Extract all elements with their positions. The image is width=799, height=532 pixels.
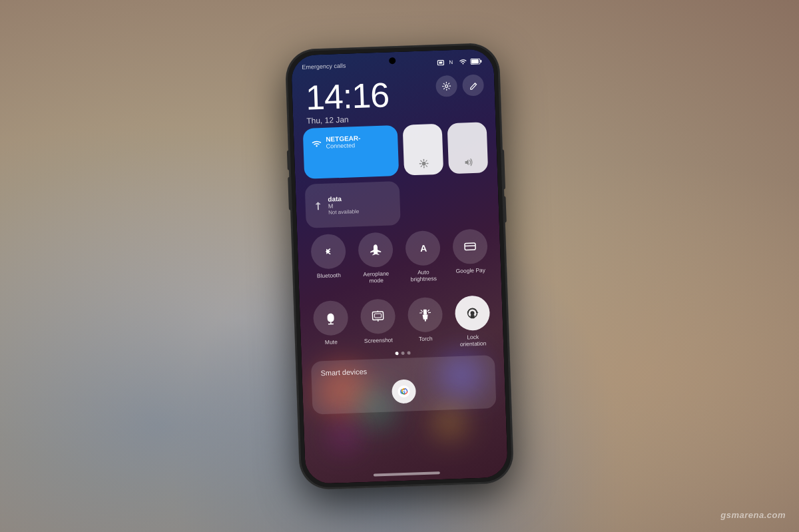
brightness-icon bbox=[419, 158, 428, 168]
screen: Emergency calls N bbox=[291, 48, 508, 483]
aeroplane-circle bbox=[358, 232, 394, 268]
svg-line-12 bbox=[420, 160, 421, 161]
watermark: gsmarena.com bbox=[720, 510, 786, 520]
auto-brightness-circle: A bbox=[405, 230, 441, 266]
wifi-tile[interactable]: NETGEAR- Connected bbox=[303, 125, 400, 178]
camera-punch-hole bbox=[389, 57, 396, 64]
spacer-2 bbox=[449, 178, 489, 223]
mute-label: Mute bbox=[325, 338, 338, 346]
battery-status-icon bbox=[469, 57, 483, 65]
clock-display: 14:16 bbox=[305, 77, 390, 115]
svg-line-28 bbox=[427, 310, 429, 311]
lock-orientation-circle bbox=[454, 295, 490, 331]
svg-line-27 bbox=[421, 310, 422, 311]
wifi-status-icon bbox=[458, 58, 467, 65]
svg-line-14 bbox=[425, 160, 426, 160]
mute-toggle[interactable]: Mute bbox=[309, 300, 353, 353]
svg-rect-4 bbox=[471, 59, 479, 63]
volume-tile[interactable] bbox=[447, 122, 489, 174]
phone-screen: Emergency calls N bbox=[291, 48, 508, 483]
svg-line-15 bbox=[421, 165, 421, 166]
screenshot-circle bbox=[360, 298, 396, 334]
wifi-status: Connected bbox=[326, 141, 361, 149]
svg-rect-5 bbox=[480, 59, 481, 62]
emergency-calls-label: Emergency calls bbox=[302, 62, 346, 70]
data-sublabel: Not available bbox=[328, 208, 360, 216]
data-text: data M Not available bbox=[328, 194, 359, 216]
svg-text:N: N bbox=[449, 59, 453, 65]
smart-devices-content: G bbox=[321, 376, 487, 406]
time-section: 14:16 Thu, 12 Jan bbox=[305, 77, 390, 125]
bluetooth-toggle[interactable]: Bluetooth bbox=[306, 233, 350, 286]
lock-orientation-toggle[interactable]: Lockorientation bbox=[451, 295, 495, 348]
top-right-icons bbox=[435, 74, 484, 97]
google-home-button[interactable]: G bbox=[392, 379, 416, 403]
volume-up-button[interactable] bbox=[287, 150, 290, 170]
svg-rect-21 bbox=[372, 311, 383, 320]
torch-toggle[interactable]: Torch bbox=[403, 296, 447, 350]
volume-icon bbox=[463, 158, 473, 166]
google-pay-label: Google Pay bbox=[455, 266, 485, 274]
bluetooth-label: Bluetooth bbox=[317, 272, 341, 279]
wifi-tile-icon bbox=[311, 138, 322, 148]
wifi-tile-text: NETGEAR- Connected bbox=[326, 134, 361, 149]
mute-circle bbox=[312, 300, 348, 336]
lock-orientation-label: Lockorientation bbox=[459, 333, 486, 348]
torch-circle bbox=[407, 296, 443, 332]
wifi-tile-header: NETGEAR- Connected bbox=[311, 133, 390, 150]
svg-point-6 bbox=[445, 85, 448, 87]
svg-point-7 bbox=[421, 161, 425, 165]
quick-tiles: NETGEAR- Connected bbox=[303, 122, 490, 234]
google-pay-toggle[interactable]: Google Pay bbox=[448, 228, 492, 282]
screenshot-toggle[interactable]: Screenshot bbox=[356, 298, 400, 352]
toggle-grid-1: Bluetooth Aeroplanemode bbox=[306, 228, 492, 286]
svg-line-13 bbox=[425, 165, 426, 166]
settings-icon[interactable] bbox=[435, 75, 457, 97]
data-icon bbox=[313, 200, 323, 210]
tiles-row-1: NETGEAR- Connected bbox=[303, 122, 488, 179]
auto-brightness-toggle[interactable]: A Autobrightness bbox=[401, 230, 445, 283]
status-icons: N bbox=[435, 57, 483, 65]
auto-brightness-label: Autobrightness bbox=[410, 268, 437, 283]
svg-text:A: A bbox=[419, 242, 427, 253]
spacer-1 bbox=[405, 179, 445, 224]
volume-down-button[interactable] bbox=[288, 176, 292, 210]
svg-rect-22 bbox=[374, 314, 381, 318]
data-tile[interactable]: data M Not available bbox=[305, 180, 401, 228]
brightness-tile[interactable] bbox=[403, 123, 444, 175]
aeroplane-label: Aeroplanemode bbox=[363, 270, 389, 284]
svg-rect-25 bbox=[423, 309, 426, 314]
edit-icon[interactable] bbox=[462, 74, 484, 96]
svg-line-18 bbox=[464, 246, 475, 246]
svg-rect-1 bbox=[439, 61, 442, 63]
phone-body: Emergency calls N bbox=[286, 43, 514, 489]
smart-devices-label: Smart devices bbox=[320, 363, 485, 377]
nfc-status-icon: N bbox=[447, 58, 456, 65]
screenshot-label: Screenshot bbox=[364, 336, 393, 344]
google-pay-circle bbox=[452, 228, 488, 264]
aeroplane-toggle[interactable]: Aeroplanemode bbox=[354, 232, 398, 285]
dot-1 bbox=[395, 352, 398, 355]
scene: gsmarena.com Emergency c bbox=[0, 0, 799, 532]
torch-label: Torch bbox=[419, 335, 433, 342]
screenshot-status-icon bbox=[435, 59, 445, 65]
tiles-row-2: data M Not available bbox=[305, 178, 490, 228]
smart-devices-section[interactable]: Smart devices G bbox=[311, 355, 497, 415]
bluetooth-circle bbox=[310, 233, 346, 269]
dot-3 bbox=[407, 351, 410, 354]
dot-2 bbox=[401, 351, 404, 354]
toggle-grid-2: Mute Screenshot bbox=[309, 295, 495, 353]
